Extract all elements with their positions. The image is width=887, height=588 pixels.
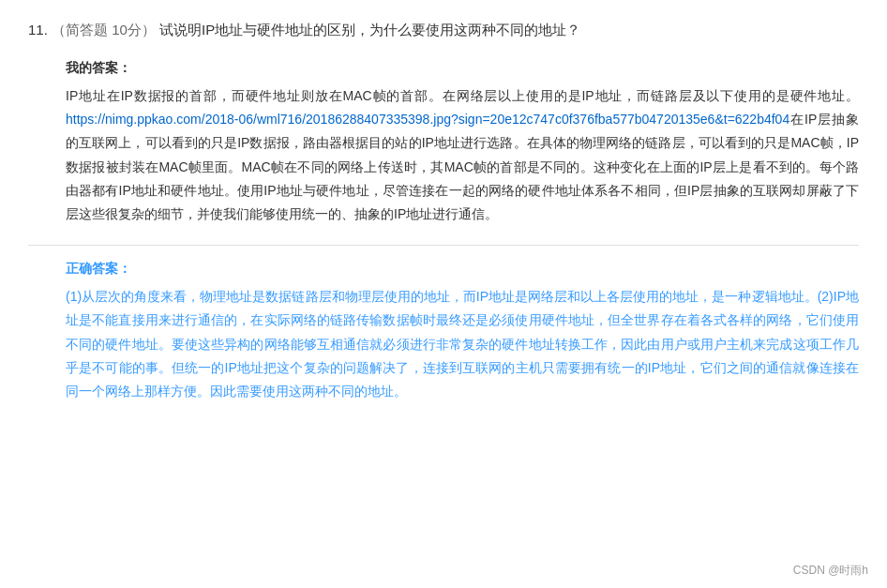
page-container: 11. （简答题 10分） 试说明IP地址与硬件地址的区别，为什么要使用这两种不… [0,0,887,588]
question-header: 11. （简答题 10分） 试说明IP地址与硬件地址的区别，为什么要使用这两种不… [28,19,859,41]
correct-answer-label: 正确答案： [66,261,859,278]
my-answer-content: IP地址在IP数据报的首部，而硬件地址则放在MAC帧的首部。在网络层以上使用的是… [66,84,859,226]
correct-answer-content: (1)从层次的角度来看，物理地址是数据链路层和物理层使用的地址，而IP地址是网络… [66,285,859,403]
my-answer-label: 我的答案： [66,60,859,77]
correct-answer-section: 正确答案： (1)从层次的角度来看，物理地址是数据链路层和物理层使用的地址，而I… [66,261,859,403]
watermark: CSDN @时雨h [793,563,868,579]
question-text: 试说明IP地址与硬件地址的区别，为什么要使用这两种不同的地址？ [159,22,580,38]
divider [28,245,859,246]
question-number: 11. [28,22,48,38]
question-type: （简答题 10分） [52,22,156,38]
my-answer-section: 我的答案： IP地址在IP数据报的首部，而硬件地址则放在MAC帧的首部。在网络层… [66,60,859,226]
correct-answer-highlighted: (1)从层次的角度来看，物理地址是数据链路层和物理层使用的地址，而IP地址是网络… [66,289,859,399]
url-link[interactable]: https://nimg.ppkao.com/2018-06/wml716/20… [66,112,789,127]
